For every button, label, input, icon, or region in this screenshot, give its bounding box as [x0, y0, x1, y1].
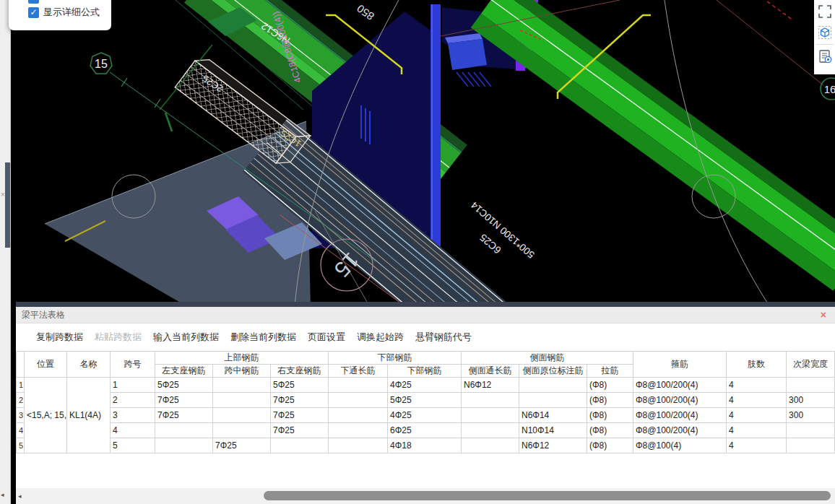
cell-top_mid[interactable] [213, 423, 271, 438]
cell-side_through[interactable]: N6Φ12 [462, 378, 519, 393]
cell-side_through[interactable] [462, 393, 519, 408]
cell-top_right[interactable] [271, 438, 329, 453]
cell-side_insitu[interactable]: N6Φ14 [519, 408, 587, 423]
close-panel-button[interactable]: × [818, 309, 829, 321]
col-group-bottom-rebar[interactable]: 下部钢筋 [329, 352, 462, 365]
horizontal-scrollbar-thumb[interactable] [264, 491, 831, 500]
col-header-name[interactable]: 名称 [67, 352, 111, 378]
cell-stirrup[interactable]: Φ8@100/200(4) [633, 393, 727, 408]
cell-limbs[interactable]: 4 [727, 438, 787, 453]
cell-tie[interactable]: (Φ8) [587, 393, 633, 408]
cell-top_mid[interactable] [213, 378, 271, 393]
col-header-span[interactable]: 跨号 [111, 352, 155, 378]
cell-side_insitu[interactable] [519, 393, 587, 408]
menu-item-5[interactable]: 调换起始跨 [351, 331, 410, 344]
vertical-scrollbar-thumb[interactable] [5, 162, 10, 248]
menu-item-3[interactable]: 删除当前列数据 [225, 331, 302, 344]
cell-tie[interactable]: (Φ8) [587, 438, 633, 453]
cell-side_insitu[interactable] [519, 378, 587, 393]
cell-stirrup[interactable]: Φ8@100/200(4) [633, 408, 727, 423]
cell-stirrup[interactable]: Φ8@100(4) [633, 438, 727, 453]
col-header-stirrup[interactable]: 箍筋 [633, 352, 727, 378]
cell-tie[interactable]: (Φ8) [587, 378, 633, 393]
cell-tie[interactable]: (Φ8) [587, 423, 633, 438]
menu-item-2[interactable]: 输入当前列数据 [147, 331, 225, 344]
col-header-position[interactable]: 位置 [25, 352, 67, 378]
cell-top_right[interactable]: 7Φ25 [271, 423, 329, 438]
cell-span[interactable]: 3 [111, 408, 155, 423]
col-group-side-rebar[interactable]: 侧面钢筋 [462, 352, 633, 365]
cell-bottom_through[interactable] [329, 378, 388, 393]
menu-item-4[interactable]: 页面设置 [302, 331, 351, 344]
cell-width[interactable] [787, 438, 835, 453]
col-header-top-left[interactable]: 左支座钢筋 [155, 365, 213, 378]
cell-side_through[interactable] [462, 438, 519, 453]
col-header-top-mid[interactable]: 跨中钢筋 [213, 365, 271, 378]
cell-top_right[interactable]: 5Φ25 [271, 378, 329, 393]
col-header-tie[interactable]: 拉筋 [587, 365, 633, 378]
marquee-select-icon[interactable] [817, 4, 833, 19]
cell-bottom[interactable]: 5Φ25 [388, 393, 462, 408]
cell-bottom_through[interactable] [329, 393, 388, 408]
cell-bottom_through[interactable] [329, 438, 388, 453]
menu-item-0[interactable]: 复制跨数据 [30, 331, 89, 344]
cell-bottom[interactable]: 4Φ25 [388, 408, 462, 423]
cell-width[interactable]: 300 [787, 393, 835, 408]
cell-width[interactable] [787, 378, 835, 393]
col-header-top-right[interactable]: 右支座钢筋 [271, 365, 329, 378]
close-icon[interactable]: × [1, 191, 5, 199]
cell-side_insitu[interactable]: N10Φ14 [519, 423, 587, 438]
cell-side_through[interactable] [462, 408, 519, 423]
cell-top_left[interactable]: 5Φ25 [155, 378, 213, 393]
left-collapsed-panel[interactable]: × ◂ [0, 0, 11, 504]
orbit-cube-icon[interactable] [817, 25, 833, 40]
cell-limbs[interactable]: 4 [727, 423, 787, 438]
cell-span[interactable]: 2 [111, 393, 155, 408]
cell-top_left[interactable]: 7Φ25 [155, 408, 213, 423]
cell-span[interactable]: 5 [111, 438, 155, 453]
col-header-bottom-through[interactable]: 下通长筋 [329, 365, 388, 378]
col-header-bottom-rebar[interactable]: 下部钢筋 [388, 365, 462, 378]
cell-top_left[interactable]: 7Φ25 [155, 393, 213, 408]
view-settings-icon[interactable] [817, 48, 833, 64]
cell-top_left[interactable] [155, 423, 213, 438]
col-header-side-through[interactable]: 侧面通长筋 [462, 365, 519, 378]
cell-limbs[interactable]: 4 [727, 393, 787, 408]
horizontal-scrollbar[interactable]: ◂ [16, 488, 835, 504]
cell-top_right[interactable]: 7Φ25 [271, 408, 329, 423]
cell-width[interactable]: 300 [787, 408, 835, 423]
cell-position[interactable]: <15,A; 15,G +1800> [25, 378, 67, 453]
cell-top_mid[interactable] [213, 408, 271, 423]
col-header-side-insitu[interactable]: 侧面原位标注筋 [519, 365, 587, 378]
cell-limbs[interactable]: 4 [727, 408, 787, 423]
cell-bottom_through[interactable] [329, 408, 388, 423]
cell-width[interactable] [787, 423, 835, 438]
cell-tie[interactable]: (Φ8) [587, 408, 633, 423]
col-header-limbs[interactable]: 肢数 [727, 352, 787, 378]
cell-beam-name[interactable]: KL1(4A) [67, 378, 111, 453]
menu-item-6[interactable]: 悬臂钢筋代号 [410, 331, 477, 344]
cell-bottom[interactable]: 4Φ18 [388, 438, 462, 453]
cell-bottom[interactable]: 4Φ25 [388, 378, 462, 393]
cell-stirrup[interactable]: Φ8@100/200(4) [633, 378, 727, 393]
panel-titlebar[interactable]: 梁平法表格 × [16, 307, 835, 323]
panel-top-edge[interactable] [16, 302, 835, 307]
checkbox-partial[interactable] [28, 0, 39, 4]
cell-bottom_through[interactable] [329, 423, 388, 438]
cell-top_mid[interactable] [213, 393, 271, 408]
cell-stirrup[interactable]: Φ8@100/200(4) [633, 423, 727, 438]
cell-bottom[interactable]: 6Φ25 [388, 423, 462, 438]
show-formula-checkbox[interactable]: ✓ [28, 7, 39, 18]
cell-top_mid[interactable]: 7Φ25 [213, 438, 271, 453]
scroll-left-icon[interactable]: ◂ [1, 491, 4, 498]
col-group-top-rebar[interactable]: 上部钢筋 [155, 352, 329, 365]
cell-span[interactable]: 1 [111, 378, 155, 393]
cell-side_through[interactable] [462, 423, 519, 438]
scroll-left-icon[interactable]: ◂ [18, 492, 22, 500]
cell-top_left[interactable] [155, 438, 213, 453]
cell-top_right[interactable]: 7Φ25 [271, 393, 329, 408]
col-header-sub-beam-width[interactable]: 次梁宽度 [787, 352, 835, 378]
cell-side_insitu[interactable]: N6Φ12 [519, 438, 587, 453]
cell-limbs[interactable]: 4 [727, 378, 787, 393]
pedestal[interactable] [448, 39, 487, 70]
